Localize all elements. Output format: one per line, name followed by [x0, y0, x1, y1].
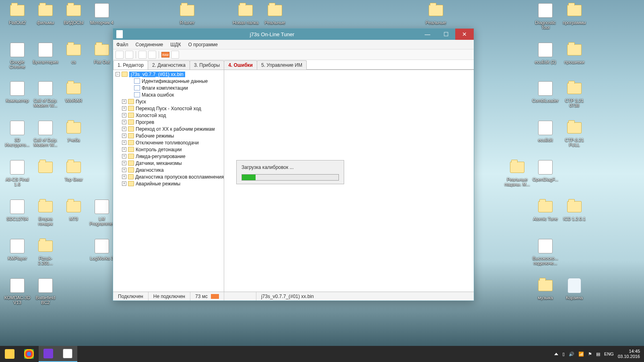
tab-diagnostics[interactable]: 2. Диагностика: [148, 60, 190, 70]
battery-icon[interactable]: ▯: [562, 352, 565, 357]
tree-root[interactable]: − j73s_v0.7.7_(#01) xx.bin: [113, 71, 224, 78]
desktop-icon[interactable]: фильмы: [31, 2, 60, 25]
tree-folder[interactable]: +Холостой ход: [113, 112, 224, 119]
tree-leaf[interactable]: Флаги комплектации: [113, 84, 224, 91]
collapse-icon[interactable]: −: [116, 72, 120, 76]
desktop-icon[interactable]: ecuEdit: [531, 120, 559, 142]
tab-gauges[interactable]: 3. Приборы: [190, 60, 224, 70]
expand-icon[interactable]: +: [122, 134, 126, 138]
tree-folder[interactable]: +Датчики, механизмы: [113, 160, 224, 167]
close-button[interactable]: ✕: [455, 29, 474, 40]
expand-icon[interactable]: +: [122, 147, 126, 152]
desktop-icon[interactable]: All-CS Final 1.6: [3, 159, 31, 187]
menu-file[interactable]: Файл: [116, 42, 128, 47]
taskbar-chrome[interactable]: [19, 346, 39, 362]
desktop-icon[interactable]: FlatOut2: [3, 2, 31, 25]
tray-expand-icon[interactable]: [554, 353, 558, 355]
tree-folder[interactable]: +Пуск: [113, 98, 224, 105]
expand-icon[interactable]: +: [122, 181, 126, 186]
minimize-button[interactable]: —: [418, 29, 437, 40]
desktop-icon[interactable]: Егорка гонщик: [31, 199, 60, 226]
desktop-icon[interactable]: KMPlayer: [3, 238, 31, 261]
tree-folder[interactable]: +Переход от XX к рабочим режимам: [113, 125, 224, 132]
tree-folder[interactable]: +Лямда-регулирование: [113, 153, 224, 160]
expand-icon[interactable]: +: [122, 161, 126, 165]
tree-folder[interactable]: +Контроль детонации: [113, 146, 224, 153]
desktop-icon[interactable]: CombiLoader: [531, 80, 559, 103]
desktop-icon[interactable]: Корзина: [560, 278, 588, 300]
desktop-icon[interactable]: ВИДОСЫ: [60, 2, 88, 25]
toolbar-btn-6[interactable]: [171, 51, 179, 59]
language-indicator[interactable]: ENG: [604, 352, 614, 356]
toolbar-save-button[interactable]: [148, 51, 156, 59]
taskbar-explorer[interactable]: [0, 346, 19, 362]
menu-shdk[interactable]: ШДК: [170, 42, 181, 47]
desktop-icon[interactable]: ICD 1.2.0.1: [560, 199, 588, 221]
expand-icon[interactable]: +: [122, 168, 126, 172]
volume-icon[interactable]: 🔊: [569, 352, 574, 357]
desktop-icon[interactable]: Flat Out: [88, 42, 116, 64]
tree-folder[interactable]: +Отключение топливоподачи: [113, 139, 224, 146]
toolbar-btn-1[interactable]: [116, 51, 124, 59]
expand-icon[interactable]: +: [122, 113, 126, 117]
desktop-icon[interactable]: LM Programmer: [88, 199, 116, 226]
desktop-icon[interactable]: [31, 159, 60, 177]
desktop-icon[interactable]: Моторчик 4: [88, 2, 116, 25]
desktop-icon[interactable]: SDC12764: [3, 199, 31, 221]
tree-leaf[interactable]: Маска ошибок: [113, 91, 224, 98]
clock[interactable]: 14:45 03.10.2016: [618, 349, 640, 359]
desktop-icon[interactable]: Бухгалтерия: [31, 42, 60, 64]
expand-icon[interactable]: +: [122, 106, 126, 111]
tree-folder[interactable]: +Прогрев: [113, 119, 224, 125]
tree-folder[interactable]: +Диагностика: [113, 167, 224, 173]
desktop-icon[interactable]: Высокоско... подключе...: [531, 238, 559, 265]
taskbar-tuner[interactable]: [58, 346, 77, 362]
desktop-icon[interactable]: прошивки: [560, 42, 588, 64]
desktop-icon[interactable]: программы: [560, 2, 588, 25]
tree-leaf[interactable]: Идентификационные данные: [113, 78, 224, 84]
desktop-icon[interactable]: OpenDiagF...: [531, 159, 559, 182]
desktop-icon[interactable]: R-tuner: [173, 2, 201, 25]
menu-connection[interactable]: Соединение: [136, 42, 163, 47]
tree-folder[interactable]: +Рабочие режимы: [113, 132, 224, 139]
expand-icon[interactable]: +: [122, 120, 126, 124]
network-icon[interactable]: 📶: [578, 352, 584, 357]
desktop-icon[interactable]: Atomic Tune: [531, 199, 559, 221]
desktop-icon[interactable]: Новая папка: [231, 2, 260, 25]
desktop-icon[interactable]: CTP 3.21 0738: [560, 80, 588, 108]
expand-icon[interactable]: +: [122, 140, 126, 145]
maximize-button[interactable]: ☐: [437, 29, 455, 40]
tree-folder[interactable]: +Аварийные режимы: [113, 180, 224, 187]
desktop-icon[interactable]: Компьютер: [3, 80, 31, 103]
desktop-icon[interactable]: Google Chrome: [3, 42, 31, 69]
expand-icon[interactable]: +: [122, 154, 126, 158]
desktop-icon[interactable]: музыка: [531, 278, 559, 300]
desktop-icon[interactable]: LogWorks 3: [88, 238, 116, 261]
menu-about[interactable]: О программе: [188, 42, 217, 47]
tab-editor[interactable]: 1. Редактор: [113, 60, 148, 70]
ram-icon[interactable]: RAM: [161, 52, 169, 58]
action-center-icon[interactable]: ▤: [596, 352, 600, 357]
tab-errors[interactable]: 4. Ошибки: [224, 60, 257, 70]
desktop-icon[interactable]: Diagnostic Tool: [531, 2, 559, 30]
toolbar-btn-2[interactable]: [125, 51, 133, 59]
taskbar-kmplayer[interactable]: [39, 346, 58, 362]
expand-icon[interactable]: +: [122, 127, 126, 131]
desktop-icon[interactable]: CTP-3.21 FULL: [560, 120, 588, 147]
expand-icon[interactable]: +: [122, 175, 126, 179]
tree-view[interactable]: − j73s_v0.7.7_(#01) xx.bin Идентификацио…: [113, 70, 224, 292]
desktop-icon[interactable]: Call of Duty. Modern W...: [31, 80, 60, 108]
desktop-icon[interactable]: Учеба: [60, 120, 88, 142]
titlebar[interactable]: j73s On-Line Tuner — ☐ ✕: [113, 29, 474, 40]
tab-control[interactable]: 5. Управление ИМ: [257, 60, 307, 70]
toolbar-open-button[interactable]: [138, 51, 147, 59]
tree-folder[interactable]: +Диагностика пропусков воспламенения: [113, 173, 224, 180]
expand-icon[interactable]: +: [122, 99, 126, 104]
desktop-icon[interactable]: Battlefield BC2: [31, 278, 60, 305]
desktop-icon[interactable]: Top Gear: [60, 159, 88, 182]
desktop-icon[interactable]: Реальные пацаны. М...: [503, 159, 531, 187]
flag-icon[interactable]: ⚑: [588, 352, 592, 357]
desktop-icon[interactable]: Реальные: [422, 2, 450, 25]
desktop-icon[interactable]: cs: [60, 42, 88, 64]
desktop-icon[interactable]: Реальные: [261, 2, 289, 25]
